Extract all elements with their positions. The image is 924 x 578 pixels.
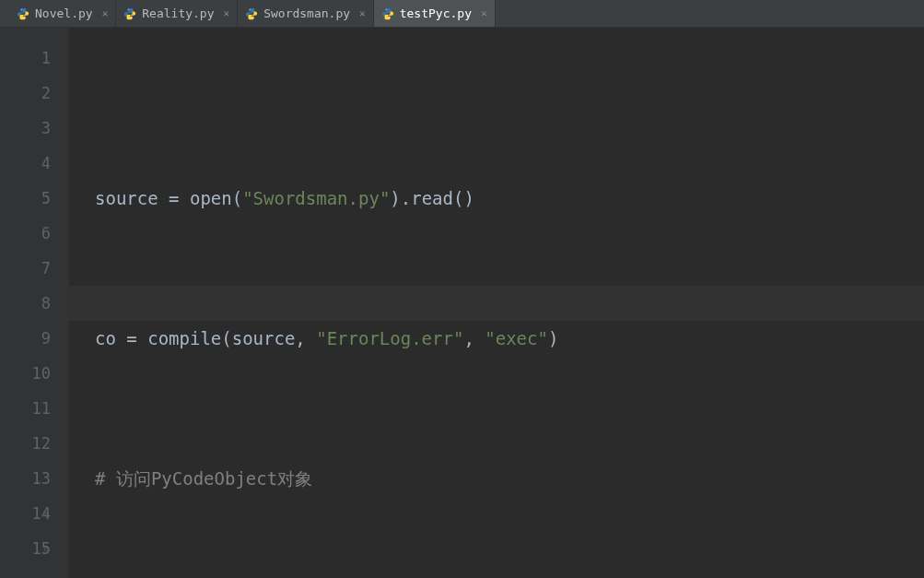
- code-text: ,: [463, 321, 485, 356]
- code-text: (source,: [221, 321, 316, 356]
- python-file-icon: [17, 7, 29, 20]
- close-icon[interactable]: ✕: [102, 7, 109, 19]
- line-number: 7: [0, 251, 51, 286]
- svg-point-7: [385, 8, 386, 9]
- editor-tabs: Novel.py ✕ Reality.py ✕ Swordsman.py ✕ t…: [0, 0, 924, 28]
- code-text: "ErrorLog.err": [316, 321, 463, 356]
- code-text: "exec": [485, 321, 548, 356]
- close-icon[interactable]: ✕: [481, 7, 487, 19]
- line-number: 13: [0, 461, 51, 496]
- tab-testpyc[interactable]: testPyc.py ✕: [374, 0, 496, 27]
- tab-swordsman[interactable]: Swordsman.py ✕: [238, 0, 374, 27]
- svg-point-8: [389, 18, 390, 18]
- svg-point-4: [131, 18, 132, 18]
- line-number: 3: [0, 111, 51, 146]
- tab-reality[interactable]: Reality.py ✕: [116, 0, 238, 27]
- line-number: 10: [0, 356, 51, 391]
- current-line-highlight: [69, 286, 924, 321]
- python-file-icon: [123, 7, 136, 20]
- line-number: 15⊟: [0, 531, 51, 566]
- line-number: 12: [0, 426, 51, 461]
- line-number: 6: [0, 216, 51, 251]
- python-file-icon: [245, 7, 258, 20]
- code-text: ).read(): [390, 181, 474, 216]
- python-file-icon: [381, 7, 394, 20]
- code-text: ): [548, 321, 558, 356]
- line-number: 4: [0, 146, 51, 181]
- line-number: 8: [0, 286, 51, 321]
- line-number: 14⊟: [0, 496, 51, 531]
- line-number: 9: [0, 321, 51, 356]
- code-comment: # 访问PyCodeObject对象: [95, 461, 312, 496]
- code-text: open: [190, 181, 232, 216]
- code-text: "Swordsman.py": [242, 181, 390, 216]
- svg-point-1: [21, 8, 22, 9]
- line-number-gutter: 1 2 3 4 5 6 7 8 9 10 11 12 13 14⊟ 15⊟: [0, 28, 69, 578]
- tab-label: testPyc.py: [400, 6, 472, 20]
- close-icon[interactable]: ✕: [359, 7, 366, 19]
- line-number: 2: [0, 76, 51, 111]
- svg-point-2: [24, 18, 25, 18]
- line-number: 1: [0, 41, 51, 76]
- fold-icon[interactable]: ⊟: [44, 531, 49, 566]
- code-editor[interactable]: source = open("Swordsman.py").read() co …: [69, 28, 924, 578]
- svg-point-5: [250, 8, 251, 9]
- svg-point-6: [252, 18, 253, 18]
- code-text: (: [232, 181, 242, 216]
- line-number: 5: [0, 181, 51, 216]
- line-number: 11: [0, 391, 51, 426]
- close-icon[interactable]: ✕: [224, 7, 230, 19]
- code-text: source =: [95, 181, 190, 216]
- tab-label: Novel.py: [35, 6, 93, 20]
- fold-icon[interactable]: ⊟: [44, 496, 49, 531]
- code-text: co =: [95, 321, 147, 356]
- tab-label: Swordsman.py: [263, 6, 350, 20]
- code-text: compile: [147, 321, 221, 356]
- svg-point-3: [128, 8, 129, 9]
- tab-label: Reality.py: [142, 6, 214, 20]
- editor-body: 1 2 3 4 5 6 7 8 9 10 11 12 13 14⊟ 15⊟ so…: [0, 28, 924, 578]
- tab-novel[interactable]: Novel.py ✕: [9, 0, 116, 27]
